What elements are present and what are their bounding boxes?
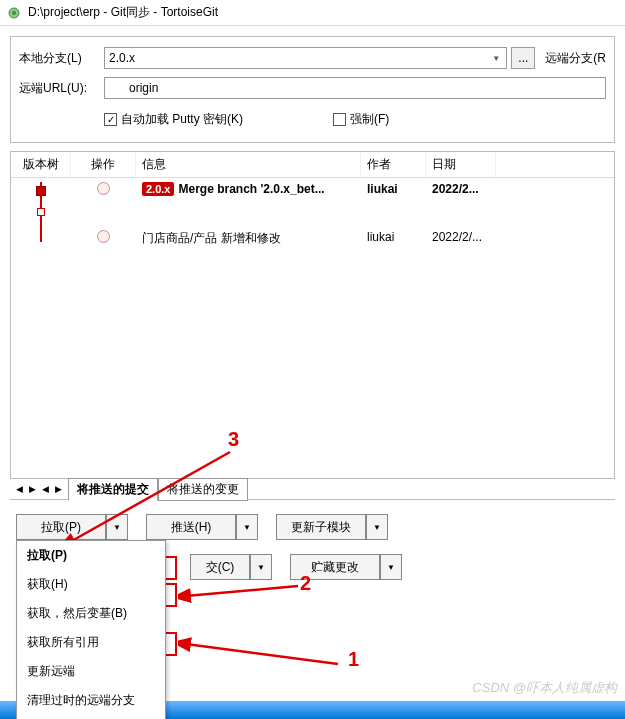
stash-dropdown-button[interactable]: ▼ [380, 554, 402, 580]
commit-icon [97, 182, 110, 195]
info-cell: 门店商品/产品 新增和修改 [136, 228, 361, 249]
force-checkbox[interactable]: 强制(F) [333, 111, 389, 128]
menu-compare-tags[interactable]: 比较标签 [17, 715, 165, 719]
menu-fetch[interactable]: 获取(H) [17, 570, 165, 599]
menu-fetch-rebase[interactable]: 获取，然后变基(B) [17, 599, 165, 628]
remote-url-label: 远端URL(U): [19, 80, 104, 97]
annotation-arrow-icon [178, 636, 348, 676]
date-cell: 2022/2/... [426, 228, 496, 249]
commit-row[interactable]: 门店商品/产品 新增和修改 liukai 2022/2/... [11, 226, 614, 251]
tab-outgoing-changes[interactable]: 将推送的变更 [158, 478, 248, 501]
info-cell: 2.0.xMerge branch '2.0.x_bet... [136, 180, 361, 224]
submodule-button[interactable]: 更新子模块 [276, 514, 366, 540]
window-title: D:\project\erp - Git同步 - TortoiseGit [28, 4, 218, 21]
author-cell: liukai [361, 180, 426, 224]
commit-row[interactable]: 2.0.xMerge branch '2.0.x_bet... liukai 2… [11, 178, 614, 226]
watermark: CSDN @吓本人纯属虚构 [472, 679, 617, 697]
pull-button-group: 拉取(P) ▼ 拉取(P) 获取(H) 获取，然后变基(B) 获取所有引用 更新… [16, 514, 128, 540]
col-date[interactable]: 日期 [426, 152, 496, 177]
annotation-number: 1 [348, 648, 359, 671]
pull-button[interactable]: 拉取(P) [16, 514, 106, 540]
author-cell: liukai [361, 228, 426, 249]
col-info[interactable]: 信息 [136, 152, 361, 177]
app-icon [6, 5, 22, 21]
col-op[interactable]: 操作 [71, 152, 136, 177]
menu-fetch-all[interactable]: 获取所有引用 [17, 628, 165, 657]
putty-checkbox[interactable]: ✓ 自动加载 Putty 密钥(K) [104, 111, 243, 128]
check-icon [333, 113, 346, 126]
push-button-group: 推送(H) ▼ [146, 514, 258, 540]
commit-button[interactable]: 交(C) [190, 554, 250, 580]
local-branch-label: 本地分支(L) [19, 50, 104, 67]
date-cell: 2022/2... [426, 180, 496, 224]
commit-icon [97, 230, 110, 243]
push-dropdown-button[interactable]: ▼ [236, 514, 258, 540]
local-branch-combo[interactable]: 2.0.x ▼ [104, 47, 507, 69]
title-bar: D:\project\erp - Git同步 - TortoiseGit [0, 0, 625, 26]
check-icon: ✓ [104, 113, 117, 126]
op-cell [71, 228, 136, 249]
remote-url-combo[interactable]: origin [104, 77, 606, 99]
col-author[interactable]: 作者 [361, 152, 426, 177]
top-panel: 本地分支(L) 2.0.x ▼ ... 远端分支(R 远端URL(U): ori… [10, 36, 615, 143]
tab-bar: ◀▶◀▶ 将推送的提交 将推送的变更 [10, 478, 615, 500]
remote-branch-label: 远端分支(R [545, 50, 606, 67]
tab-nav[interactable]: ◀▶◀▶ [10, 484, 68, 494]
pull-dropdown-button[interactable]: ▼ [106, 514, 128, 540]
commit-dropdown-button[interactable]: ▼ [250, 554, 272, 580]
col-graph[interactable]: 版本树 [11, 152, 71, 177]
op-cell [71, 180, 136, 224]
log-header: 版本树 操作 信息 作者 日期 [11, 152, 614, 178]
svg-point-1 [12, 11, 16, 15]
menu-prune[interactable]: 清理过时的远端分支 [17, 686, 165, 715]
browse-button[interactable]: ... [511, 47, 535, 69]
menu-pull[interactable]: 拉取(P) [17, 541, 165, 570]
branch-tag: 2.0.x [142, 182, 174, 196]
submodule-button-group: 更新子模块 ▼ [276, 514, 388, 540]
commit-log: 版本树 操作 信息 作者 日期 2.0.xMerge branch '2.0.x… [10, 151, 615, 479]
push-button[interactable]: 推送(H) [146, 514, 236, 540]
tab-outgoing-commits[interactable]: 将推送的提交 [68, 478, 158, 501]
svg-line-4 [186, 644, 338, 664]
graph-cell [11, 180, 71, 224]
pull-menu: 拉取(P) 获取(H) 获取，然后变基(B) 获取所有引用 更新远端 清理过时的… [16, 540, 166, 719]
stash-button[interactable]: 贮藏更改 [290, 554, 380, 580]
chevron-down-icon[interactable]: ▼ [488, 50, 504, 66]
submodule-dropdown-button[interactable]: ▼ [366, 514, 388, 540]
menu-update-remote[interactable]: 更新远端 [17, 657, 165, 686]
